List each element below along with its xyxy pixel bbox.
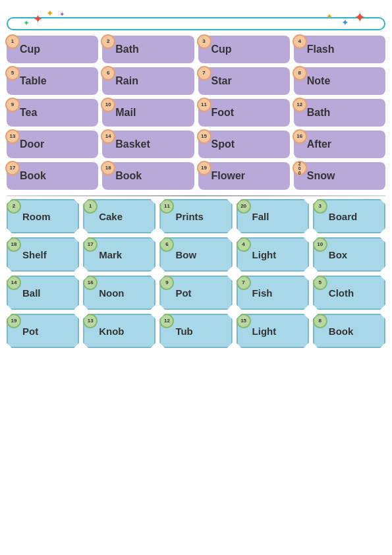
number-badge: 18 (101, 161, 115, 175)
number-badge-green: 5 (313, 276, 327, 290)
word-label: Foot (211, 107, 235, 119)
purple-word-box: 15Spot (198, 131, 290, 158)
blue-word-box: 19Pot (7, 314, 79, 348)
blue-word-box: 2Room (7, 199, 79, 233)
purple-word-box: 13Door (7, 131, 98, 158)
number-badge-green: 12 (159, 314, 174, 328)
word-label: Bath (307, 107, 331, 119)
word-label: Book (115, 170, 142, 182)
title-area: ✦ ✦ ✦ ✦ ✦ ✦ ✦ (7, 7, 385, 15)
purple-word-box: 3Cup (198, 36, 290, 63)
number-badge-green: 13 (83, 314, 98, 328)
number-badge-green: 8 (313, 314, 327, 328)
blue-word-box: 16Noon (83, 276, 155, 310)
blue-word-row: 14Ball16Noon9Pot7Fish5Cloth (7, 276, 385, 310)
number-badge: 13 (5, 129, 20, 144)
star-decoration-6: ✦ (341, 17, 349, 28)
number-badge: 1 (5, 34, 20, 49)
purple-word-box: 18Book (102, 162, 194, 190)
blue-word-row: 18Shelf17Mark6Bow4Light10Box (7, 237, 385, 272)
word-label: Fall (252, 211, 269, 222)
blue-word-box: 1Cake (83, 199, 155, 233)
word-label: Book (329, 326, 354, 337)
word-label: Mail (115, 107, 136, 119)
star-decoration-4: ✦ (59, 11, 65, 18)
blue-word-box: 13Knob (83, 314, 155, 348)
number-badge: 5 (5, 66, 20, 80)
number-badge: 3 (197, 34, 211, 49)
word-label: Star (211, 75, 232, 87)
number-badge: 15 (197, 129, 211, 144)
purple-word-box: 7Star (198, 67, 290, 95)
word-label: Board (329, 211, 357, 222)
number-badge: 7 (197, 66, 211, 80)
purple-word-box: 1Cup (7, 36, 98, 63)
star-decoration-5: ✦ (354, 9, 366, 26)
number-badge: 4 (293, 34, 307, 49)
blue-word-box: 15Light (237, 314, 309, 348)
blue-word-box: 10Box (313, 237, 385, 272)
word-label: Basket (115, 138, 150, 150)
purple-word-box: 14Basket (102, 131, 194, 158)
blue-word-box: 6Bow (159, 237, 232, 272)
number-badge-green: 11 (159, 199, 174, 214)
word-label: Tub (175, 326, 192, 337)
section-divider (7, 195, 385, 196)
word-label: Light (252, 249, 277, 260)
number-badge: 2 (101, 34, 115, 49)
word-label: Cup (20, 44, 40, 55)
star-decoration-1: ✦ (33, 12, 43, 26)
word-label: Prints (175, 211, 204, 222)
star-decoration-2: ✦ (46, 8, 54, 18)
purple-word-box: 17Book (7, 162, 98, 190)
word-label: Room (22, 211, 51, 222)
purple-word-box: 200Snow (294, 162, 385, 190)
purple-word-box: 5Table (7, 67, 98, 95)
blue-word-row: 19Pot13Knob12Tub15Light8Book (7, 314, 385, 348)
purple-word-box: 12Bath (294, 99, 385, 127)
word-label: Mark (99, 249, 122, 260)
number-badge-green: 6 (159, 237, 174, 252)
word-label: Fish (252, 287, 273, 299)
number-badge-green: 19 (7, 314, 21, 328)
number-badge: 17 (5, 161, 20, 175)
number-badge-green: 20 (237, 199, 251, 214)
star-decoration-3: ✦ (23, 18, 30, 28)
purple-word-box: 10Mail (102, 99, 194, 127)
blue-word-box: 5Cloth (313, 276, 385, 310)
number-badge: 6 (101, 66, 115, 80)
word-label: Flower (211, 170, 246, 182)
blue-word-box: 9Pot (159, 276, 232, 310)
word-label: Table (20, 75, 47, 87)
number-badge-green: 18 (7, 237, 21, 252)
blue-word-box: 17Mark (83, 237, 155, 272)
word-label: Tea (20, 107, 37, 119)
number-badge-green: 9 (159, 276, 174, 290)
number-badge: 19 (197, 161, 211, 175)
number-badge: 11 (197, 98, 211, 112)
number-badge-green: 14 (7, 276, 21, 290)
blue-word-box: 18Shelf (7, 237, 79, 272)
purple-word-box: 11Foot (198, 99, 290, 127)
purple-word-box: 2Bath (102, 36, 194, 63)
number-badge: 14 (101, 129, 115, 144)
blue-word-box: 12Tub (159, 314, 232, 348)
blue-word-box: 3Board (313, 199, 385, 233)
blue-word-box: 8Book (313, 314, 385, 348)
number-badge-green: 1 (83, 199, 98, 214)
word-label: Door (20, 138, 44, 150)
word-label: Cloth (329, 287, 354, 299)
word-label: Snow (307, 170, 335, 182)
number-badge-green: 15 (237, 314, 251, 328)
number-badge-green: 4 (237, 237, 251, 252)
blue-word-box: 11Prints (159, 199, 232, 233)
word-label: Light (252, 326, 277, 337)
blue-word-box: 7Fish (237, 276, 309, 310)
blue-words-section: 2Room1Cake11Prints20Fall3Board18Shelf17M… (7, 199, 385, 348)
word-label: Box (329, 249, 347, 260)
number-badge-green: 17 (83, 237, 98, 252)
word-label: Spot (211, 138, 235, 150)
word-label: Shelf (22, 249, 47, 260)
number-badge-green: 10 (313, 237, 327, 252)
blue-word-box: 4Light (237, 237, 309, 272)
